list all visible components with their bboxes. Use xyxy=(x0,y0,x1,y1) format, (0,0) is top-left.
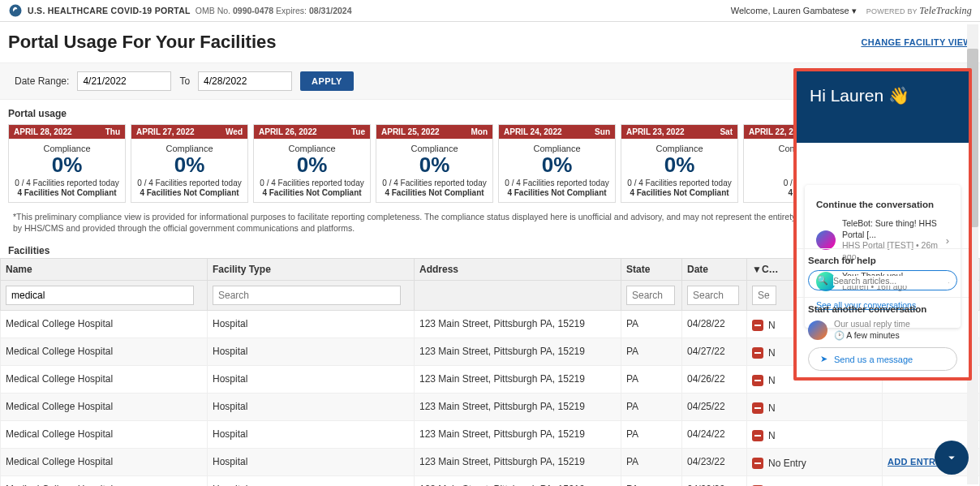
search-icon: 🔍 xyxy=(817,275,828,286)
th-name[interactable]: Name xyxy=(1,258,208,280)
change-facility-view-link[interactable]: CHANGE FACILITY VIEW xyxy=(861,37,972,47)
no-entry-icon xyxy=(752,375,763,386)
th-address[interactable]: Address xyxy=(415,258,621,280)
add-entry-link[interactable]: ADD ENTRY xyxy=(888,457,941,467)
chat-search-label: Search for help xyxy=(808,256,957,265)
filter-date-input[interactable] xyxy=(687,286,739,305)
th-type[interactable]: Facility Type xyxy=(208,258,415,280)
chat-search-input[interactable] xyxy=(833,276,948,286)
date-from-input[interactable] xyxy=(77,71,171,91)
th-state[interactable]: State xyxy=(621,258,682,280)
send-icon: ➤ xyxy=(820,354,827,364)
welcome-user[interactable]: Welcome, Lauren Gambatese ▾ xyxy=(731,6,857,16)
no-entry-icon xyxy=(752,347,763,359)
hhs-logo-icon xyxy=(8,3,23,18)
chat-continue-label: Continue the conversation xyxy=(816,200,949,209)
th-date[interactable]: Date xyxy=(682,258,747,280)
filter-name-input[interactable] xyxy=(6,286,194,305)
compliance-card[interactable]: APRIL 27, 2022Wed Compliance 0% 0 / 4 Fa… xyxy=(131,124,248,203)
chat-toggle-button[interactable] xyxy=(935,441,969,475)
compliance-card[interactable]: APRIL 25, 2022Mon Compliance 0% 0 / 4 Fa… xyxy=(376,124,493,203)
filter-type-input[interactable] xyxy=(213,286,401,305)
page-title: Portal Usage For Your Facilities xyxy=(8,32,277,53)
portal-label: U.S. HEALTHCARE COVID-19 PORTAL xyxy=(28,6,191,15)
compliance-card[interactable]: APRIL 28, 2022Thu Compliance 0% 0 / 4 Fa… xyxy=(8,124,126,203)
powered-by: POWERED BY TeleTracking xyxy=(866,5,972,17)
compliance-card[interactable]: APRIL 23, 2022Sat Compliance 0% 0 / 4 Fa… xyxy=(621,124,738,203)
date-to-label: To xyxy=(179,75,190,87)
filter-status-input[interactable] xyxy=(752,286,776,305)
chat-widget: Hi Lauren 👋 Continue the conversation Te… xyxy=(793,68,972,381)
no-entry-icon xyxy=(752,430,763,441)
table-row: Medical College HospitalHospital123 Main… xyxy=(1,475,980,486)
send-message-button[interactable]: ➤ Send us a message xyxy=(808,347,957,371)
chat-start-label: Start another conversation xyxy=(808,304,957,314)
table-row: Medical College HospitalHospital123 Main… xyxy=(1,393,980,420)
filter-state-input[interactable] xyxy=(626,286,675,305)
no-entry-icon xyxy=(752,402,763,414)
table-row: Medical College HospitalHospital123 Main… xyxy=(1,420,980,448)
team-avatar-icon xyxy=(808,320,827,340)
compliance-card[interactable]: APRIL 24, 2022Sun Compliance 0% 0 / 4 Fa… xyxy=(498,124,616,203)
topbar: U.S. HEALTHCARE COVID-19 PORTAL OMB No. … xyxy=(0,0,980,22)
chat-greeting: Hi Lauren 👋 xyxy=(797,71,969,143)
svg-point-0 xyxy=(10,5,22,17)
table-row: Medical College HospitalHospital123 Main… xyxy=(1,448,980,475)
apply-button[interactable]: APPLY xyxy=(300,71,354,91)
omb-info: OMB No. 0990-0478 Expires: 08/31/2024 xyxy=(196,6,352,15)
chevron-right-icon: › xyxy=(946,234,949,247)
avatar-icon xyxy=(816,230,836,250)
date-to-input[interactable] xyxy=(198,71,292,91)
date-range-label: Date Range: xyxy=(15,75,69,87)
no-entry-icon xyxy=(752,320,763,331)
page-header: Portal Usage For Your Facilities CHANGE … xyxy=(0,22,980,62)
no-entry-icon xyxy=(752,458,763,469)
chat-search-box[interactable]: 🔍 xyxy=(808,270,957,290)
compliance-card[interactable]: APRIL 26, 2022Tue Compliance 0% 0 / 4 Fa… xyxy=(253,124,371,203)
